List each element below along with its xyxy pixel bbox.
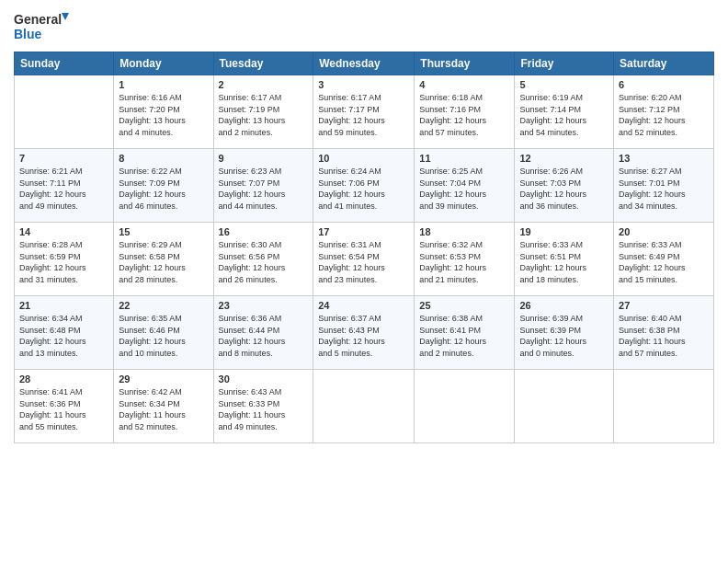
day-info: Sunrise: 6:37 AM Sunset: 6:43 PM Dayligh… bbox=[318, 313, 409, 359]
calendar-cell: 11Sunrise: 6:25 AM Sunset: 7:04 PM Dayli… bbox=[415, 149, 515, 223]
calendar-cell: 27Sunrise: 6:40 AM Sunset: 6:38 PM Dayli… bbox=[614, 296, 714, 370]
calendar-table: SundayMondayTuesdayWednesdayThursdayFrid… bbox=[14, 52, 714, 443]
day-number: 7 bbox=[19, 153, 108, 164]
day-info: Sunrise: 6:39 AM Sunset: 6:39 PM Dayligh… bbox=[519, 313, 609, 359]
calendar-cell: 6Sunrise: 6:20 AM Sunset: 7:12 PM Daylig… bbox=[614, 75, 714, 149]
calendar-cell: 21Sunrise: 6:34 AM Sunset: 6:48 PM Dayli… bbox=[15, 296, 114, 370]
day-number: 30 bbox=[219, 373, 309, 385]
day-info: Sunrise: 6:25 AM Sunset: 7:04 PM Dayligh… bbox=[419, 166, 509, 212]
day-info: Sunrise: 6:35 AM Sunset: 6:46 PM Dayligh… bbox=[119, 313, 208, 359]
calendar-cell: 14Sunrise: 6:28 AM Sunset: 6:59 PM Dayli… bbox=[15, 223, 114, 296]
day-number: 18 bbox=[419, 226, 509, 237]
day-info: Sunrise: 6:17 AM Sunset: 7:19 PM Dayligh… bbox=[219, 92, 309, 138]
day-info: Sunrise: 6:30 AM Sunset: 6:56 PM Dayligh… bbox=[219, 239, 309, 285]
calendar-week-row: 21Sunrise: 6:34 AM Sunset: 6:48 PM Dayli… bbox=[15, 296, 714, 370]
day-number: 29 bbox=[119, 373, 208, 385]
day-info: Sunrise: 6:33 AM Sunset: 6:51 PM Dayligh… bbox=[519, 239, 609, 285]
calendar-cell: 17Sunrise: 6:31 AM Sunset: 6:54 PM Dayli… bbox=[313, 223, 415, 296]
day-number: 24 bbox=[318, 300, 409, 311]
calendar-cell bbox=[614, 370, 714, 443]
day-number: 2 bbox=[219, 79, 309, 90]
calendar-cell: 28Sunrise: 6:41 AM Sunset: 6:36 PM Dayli… bbox=[15, 370, 114, 443]
calendar-cell: 26Sunrise: 6:39 AM Sunset: 6:39 PM Dayli… bbox=[515, 296, 614, 370]
day-number: 9 bbox=[219, 153, 309, 164]
day-info: Sunrise: 6:43 AM Sunset: 6:33 PM Dayligh… bbox=[219, 386, 309, 432]
day-number: 12 bbox=[519, 153, 609, 164]
day-number: 27 bbox=[619, 300, 709, 311]
calendar-header-saturday: Saturday bbox=[614, 52, 714, 75]
day-number: 25 bbox=[419, 300, 509, 311]
calendar-cell: 1Sunrise: 6:16 AM Sunset: 7:20 PM Daylig… bbox=[114, 75, 213, 149]
day-number: 8 bbox=[119, 153, 208, 164]
calendar-cell: 23Sunrise: 6:36 AM Sunset: 6:44 PM Dayli… bbox=[213, 296, 313, 370]
day-info: Sunrise: 6:17 AM Sunset: 7:17 PM Dayligh… bbox=[318, 92, 409, 138]
day-number: 20 bbox=[619, 226, 709, 237]
calendar-cell: 7Sunrise: 6:21 AM Sunset: 7:11 PM Daylig… bbox=[15, 149, 114, 223]
day-info: Sunrise: 6:38 AM Sunset: 6:41 PM Dayligh… bbox=[419, 313, 509, 359]
calendar-cell: 25Sunrise: 6:38 AM Sunset: 6:41 PM Dayli… bbox=[415, 296, 515, 370]
calendar-cell: 15Sunrise: 6:29 AM Sunset: 6:58 PM Dayli… bbox=[114, 223, 213, 296]
day-number: 23 bbox=[219, 300, 309, 311]
calendar-cell: 13Sunrise: 6:27 AM Sunset: 7:01 PM Dayli… bbox=[614, 149, 714, 223]
day-info: Sunrise: 6:34 AM Sunset: 6:48 PM Dayligh… bbox=[19, 313, 108, 359]
day-info: Sunrise: 6:18 AM Sunset: 7:16 PM Dayligh… bbox=[419, 92, 509, 138]
day-number: 13 bbox=[619, 153, 709, 164]
day-info: Sunrise: 6:40 AM Sunset: 6:38 PM Dayligh… bbox=[619, 313, 709, 359]
day-number: 11 bbox=[419, 153, 509, 164]
day-number: 5 bbox=[519, 79, 609, 90]
calendar-cell: 24Sunrise: 6:37 AM Sunset: 6:43 PM Dayli… bbox=[313, 296, 415, 370]
day-info: Sunrise: 6:27 AM Sunset: 7:01 PM Dayligh… bbox=[619, 166, 709, 212]
calendar-cell: 2Sunrise: 6:17 AM Sunset: 7:19 PM Daylig… bbox=[213, 75, 313, 149]
day-number: 28 bbox=[19, 373, 108, 385]
calendar-cell: 16Sunrise: 6:30 AM Sunset: 6:56 PM Dayli… bbox=[213, 223, 313, 296]
day-number: 15 bbox=[119, 226, 208, 237]
day-number: 3 bbox=[318, 79, 409, 90]
calendar-cell: 4Sunrise: 6:18 AM Sunset: 7:16 PM Daylig… bbox=[415, 75, 515, 149]
logo: General Blue bbox=[14, 9, 69, 44]
day-info: Sunrise: 6:28 AM Sunset: 6:59 PM Dayligh… bbox=[19, 239, 108, 285]
calendar-cell: 29Sunrise: 6:42 AM Sunset: 6:34 PM Dayli… bbox=[114, 370, 213, 443]
day-info: Sunrise: 6:21 AM Sunset: 7:11 PM Dayligh… bbox=[19, 166, 108, 212]
calendar-header-sunday: Sunday bbox=[15, 52, 114, 75]
day-info: Sunrise: 6:31 AM Sunset: 6:54 PM Dayligh… bbox=[318, 239, 409, 285]
svg-text:Blue: Blue bbox=[14, 27, 42, 41]
day-number: 21 bbox=[19, 300, 108, 311]
calendar-header-thursday: Thursday bbox=[415, 52, 515, 75]
day-info: Sunrise: 6:33 AM Sunset: 6:49 PM Dayligh… bbox=[619, 239, 709, 285]
day-info: Sunrise: 6:24 AM Sunset: 7:06 PM Dayligh… bbox=[318, 166, 409, 212]
day-number: 14 bbox=[19, 226, 108, 237]
day-info: Sunrise: 6:23 AM Sunset: 7:07 PM Dayligh… bbox=[219, 166, 309, 212]
calendar-cell: 19Sunrise: 6:33 AM Sunset: 6:51 PM Dayli… bbox=[515, 223, 614, 296]
day-number: 26 bbox=[519, 300, 609, 311]
calendar-cell bbox=[15, 75, 114, 149]
day-number: 17 bbox=[318, 226, 409, 237]
calendar-cell bbox=[515, 370, 614, 443]
calendar-cell: 5Sunrise: 6:19 AM Sunset: 7:14 PM Daylig… bbox=[515, 75, 614, 149]
day-info: Sunrise: 6:22 AM Sunset: 7:09 PM Dayligh… bbox=[119, 166, 208, 212]
svg-text:General: General bbox=[14, 12, 62, 27]
calendar-week-row: 14Sunrise: 6:28 AM Sunset: 6:59 PM Dayli… bbox=[15, 223, 714, 296]
day-number: 10 bbox=[318, 153, 409, 164]
calendar-header-row: SundayMondayTuesdayWednesdayThursdayFrid… bbox=[15, 52, 714, 75]
calendar-week-row: 28Sunrise: 6:41 AM Sunset: 6:36 PM Dayli… bbox=[15, 370, 714, 443]
day-number: 19 bbox=[519, 226, 609, 237]
day-info: Sunrise: 6:19 AM Sunset: 7:14 PM Dayligh… bbox=[519, 92, 609, 138]
calendar-cell bbox=[415, 370, 515, 443]
day-info: Sunrise: 6:36 AM Sunset: 6:44 PM Dayligh… bbox=[219, 313, 309, 359]
day-number: 1 bbox=[119, 79, 208, 90]
calendar-week-row: 1Sunrise: 6:16 AM Sunset: 7:20 PM Daylig… bbox=[15, 75, 714, 149]
day-info: Sunrise: 6:26 AM Sunset: 7:03 PM Dayligh… bbox=[519, 166, 609, 212]
calendar-cell bbox=[313, 370, 415, 443]
calendar-cell: 22Sunrise: 6:35 AM Sunset: 6:46 PM Dayli… bbox=[114, 296, 213, 370]
day-info: Sunrise: 6:29 AM Sunset: 6:58 PM Dayligh… bbox=[119, 239, 208, 285]
calendar-cell: 18Sunrise: 6:32 AM Sunset: 6:53 PM Dayli… bbox=[415, 223, 515, 296]
day-info: Sunrise: 6:16 AM Sunset: 7:20 PM Dayligh… bbox=[119, 92, 208, 138]
day-info: Sunrise: 6:32 AM Sunset: 6:53 PM Dayligh… bbox=[419, 239, 509, 285]
day-info: Sunrise: 6:42 AM Sunset: 6:34 PM Dayligh… bbox=[119, 386, 208, 432]
calendar-cell: 3Sunrise: 6:17 AM Sunset: 7:17 PM Daylig… bbox=[313, 75, 415, 149]
calendar-cell: 9Sunrise: 6:23 AM Sunset: 7:07 PM Daylig… bbox=[213, 149, 313, 223]
day-info: Sunrise: 6:41 AM Sunset: 6:36 PM Dayligh… bbox=[19, 386, 108, 432]
day-number: 16 bbox=[219, 226, 309, 237]
calendar-header-tuesday: Tuesday bbox=[213, 52, 313, 75]
calendar-cell: 10Sunrise: 6:24 AM Sunset: 7:06 PM Dayli… bbox=[313, 149, 415, 223]
